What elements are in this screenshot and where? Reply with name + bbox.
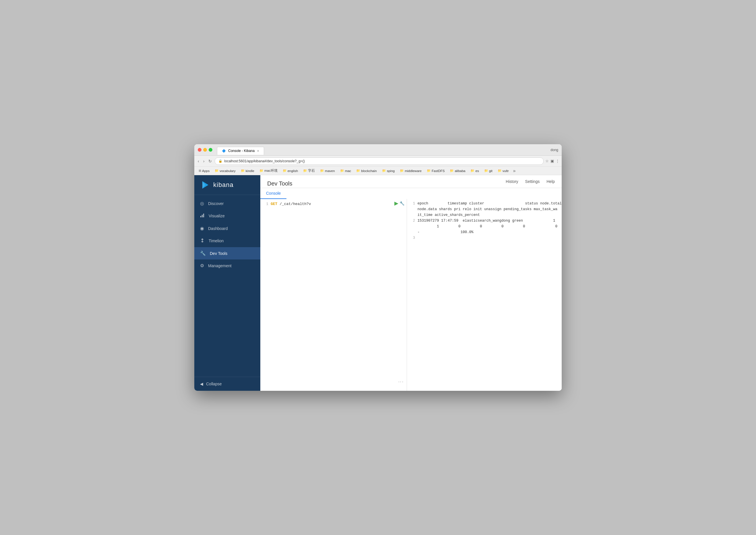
- editor-pane: 1 GET /_cat/health?v ▶ 🔧: [260, 199, 407, 391]
- management-icon: ⚙: [200, 263, 204, 268]
- cast-button[interactable]: ▣: [551, 159, 554, 163]
- bookmark-fastdfs-label: FastDFS: [432, 169, 444, 173]
- get-keyword: GET: [271, 202, 277, 206]
- folder-icon: 📁: [427, 169, 431, 173]
- collapse-label: Collapse: [206, 381, 222, 386]
- folder-icon: 📁: [215, 169, 219, 173]
- tab-console[interactable]: Console: [260, 188, 287, 199]
- bookmark-vocabulary[interactable]: 📁 vocabulary: [213, 168, 238, 173]
- editor-area: 1 GET /_cat/health?v ▶ 🔧: [260, 199, 562, 391]
- titlebar: 🔷 Console - Kibana ✕ dong: [194, 144, 562, 156]
- bookmark-blockchain[interactable]: 📁 blockchain: [354, 168, 378, 173]
- traffic-lights: [198, 148, 212, 152]
- output-line-6: - 100.0%: [417, 229, 562, 235]
- output-line-numbers: 1 2 3: [407, 200, 417, 390]
- output-line-2: node.data shards pri relo init unassign …: [417, 207, 562, 212]
- bookmark-vocabulary-label: vocabulary: [220, 169, 236, 173]
- output-code: epoch timestamp cluster status node.tota…: [417, 200, 562, 390]
- output-line-4: 1531907279 17:47:59 elasticsearch_wangdo…: [417, 218, 562, 224]
- output-pane: 1 2 3 epoch timestamp cluster status nod…: [407, 199, 562, 391]
- browser-tab[interactable]: 🔷 Console - Kibana ✕: [217, 147, 264, 155]
- maximize-button[interactable]: [209, 148, 212, 152]
- tab-close-button[interactable]: ✕: [257, 149, 259, 153]
- bookmark-english[interactable]: 📁 english: [281, 168, 300, 173]
- sidebar-item-devtools[interactable]: 🔧 Dev Tools: [194, 247, 260, 260]
- back-button[interactable]: ‹: [197, 158, 200, 164]
- bookmark-kindle-label: kindle: [246, 169, 254, 173]
- sidebar-item-timelion[interactable]: Timelion: [194, 235, 260, 247]
- menu-button[interactable]: ⋮: [556, 159, 559, 163]
- output-line-3: it_time active_shards_percent: [417, 212, 562, 218]
- devtools-icon: 🔧: [200, 251, 206, 256]
- apps-bookmark-label: Apps: [202, 169, 209, 173]
- code-line-1: GET /_cat/health?v: [271, 201, 407, 208]
- out-linenum-blank1: [407, 207, 415, 212]
- sidebar-item-discover[interactable]: ◎ Discover: [194, 197, 260, 210]
- timelion-icon: [200, 238, 205, 244]
- folder-icon: 📁: [400, 169, 404, 173]
- sidebar-item-visualize[interactable]: Visualize: [194, 210, 260, 222]
- editor-content[interactable]: 1 GET /_cat/health?v ▶ 🔧: [260, 199, 407, 391]
- line-num-1: 1: [260, 201, 268, 208]
- help-link[interactable]: Help: [547, 179, 555, 184]
- sidebar-footer: ◀ Collapse: [194, 377, 260, 391]
- url-text: localhost:5601/app/kibana#/dev_tools/con…: [224, 159, 540, 163]
- page-title: Dev Tools: [267, 180, 292, 187]
- settings-link[interactable]: Settings: [525, 179, 540, 184]
- refresh-button[interactable]: ↻: [207, 158, 213, 164]
- bookmark-git[interactable]: 📁 git: [482, 168, 495, 173]
- url-bar[interactable]: 🔒 localhost:5601/app/kibana#/dev_tools/c…: [215, 157, 544, 165]
- line-numbers: 1: [260, 200, 271, 390]
- kibana-logo-text: kibana: [213, 181, 234, 189]
- bookmark-sping[interactable]: 📁 sping: [380, 168, 397, 173]
- bookmark-es-label: es: [475, 169, 479, 173]
- bookmark-mac[interactable]: 📁 mac: [338, 168, 353, 173]
- urlbar: ‹ › ↻ 🔒 localhost:5601/app/kibana#/dev_t…: [194, 156, 562, 167]
- bookmark-mac-env[interactable]: 📁 mac环境: [257, 168, 280, 174]
- run-button[interactable]: ▶: [394, 200, 398, 207]
- folder-icon: 📁: [356, 169, 360, 173]
- bookmarks-more[interactable]: »: [512, 168, 517, 174]
- bookmark-mac-label: mac: [345, 169, 351, 173]
- bookmark-middleware[interactable]: 📁 middleware: [398, 168, 424, 173]
- tab-favicon: 🔷: [222, 149, 226, 153]
- tabs-bar: Console: [260, 188, 562, 199]
- resize-handle[interactable]: ⋮: [398, 379, 404, 385]
- sidebar: kibana ◎ Discover Visualize: [194, 175, 260, 391]
- sidebar-nav: ◎ Discover Visualize ◉ Dashboar: [194, 195, 260, 377]
- bookmark-maven[interactable]: 📁 maven: [318, 168, 337, 173]
- bookmark-apps[interactable]: ⊞ Apps: [197, 168, 212, 173]
- close-button[interactable]: [198, 148, 201, 152]
- folder-icon: 📁: [470, 169, 474, 173]
- discover-icon: ◎: [200, 201, 204, 206]
- apps-bookmark-icon: ⊞: [198, 169, 201, 173]
- folder-icon: 📁: [303, 169, 307, 173]
- bookmarks-bar: ⊞ Apps 📁 vocabulary 📁 kindle 📁 mac环境 📁 e…: [194, 167, 562, 175]
- bookmark-alibaba-label: alibaba: [455, 169, 465, 173]
- minimize-button[interactable]: [203, 148, 207, 152]
- header-actions: History Settings Help: [506, 179, 555, 188]
- bookmark-es[interactable]: 📁 es: [469, 168, 481, 173]
- bookmark-middleware-label: middleware: [405, 169, 422, 173]
- bookmark-zishi[interactable]: 📁 字石: [301, 168, 317, 174]
- bookmark-maven-label: maven: [325, 169, 335, 173]
- collapse-button[interactable]: ◀ Collapse: [200, 381, 255, 386]
- output-line-1: epoch timestamp cluster status node.tota…: [417, 201, 562, 207]
- security-icon: 🔒: [218, 159, 223, 163]
- bookmark-kindle[interactable]: 📁 kindle: [239, 168, 256, 173]
- bookmark-fastdfs[interactable]: 📁 FastDFS: [425, 168, 447, 173]
- user-label: dong: [551, 148, 558, 152]
- sidebar-item-discover-label: Discover: [208, 201, 224, 206]
- bookmark-vultr[interactable]: 📁 vultr: [496, 168, 511, 173]
- out-linenum-3: 3: [407, 235, 415, 241]
- bookmark-star-button[interactable]: ☆: [545, 159, 549, 163]
- tools-button[interactable]: 🔧: [400, 200, 405, 207]
- history-link[interactable]: History: [506, 179, 518, 184]
- sidebar-item-dashboard[interactable]: ◉ Dashboard: [194, 222, 260, 235]
- code-area[interactable]: GET /_cat/health?v: [271, 200, 407, 390]
- forward-button[interactable]: ›: [202, 158, 206, 164]
- folder-icon: 📁: [259, 169, 263, 173]
- svg-rect-4: [203, 213, 204, 217]
- sidebar-item-management[interactable]: ⚙ Management: [194, 260, 260, 272]
- bookmark-alibaba[interactable]: 📁 alibaba: [448, 168, 467, 173]
